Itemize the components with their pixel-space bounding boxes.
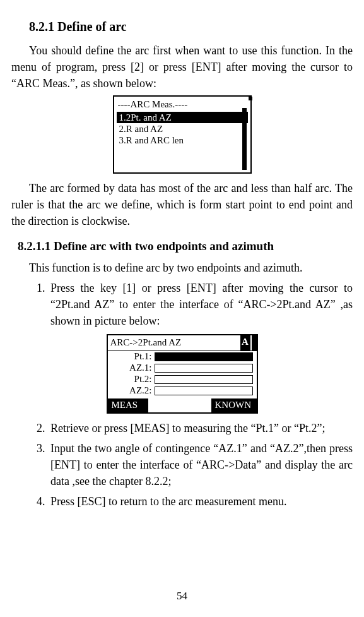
menu-item-r-and-az[interactable]: 2.R and AZ — [117, 123, 248, 135]
form-row-az2: AZ.2: — [108, 385, 257, 397]
paragraph-arc-rule: The arc formed by data has most of the a… — [11, 180, 353, 229]
screen2-battery-icon — [252, 335, 257, 350]
step-2: Retrieve or press [MEAS] to measuring th… — [48, 420, 353, 436]
page-number: 54 — [0, 589, 364, 604]
screen2-mode-badge: A — [240, 335, 250, 350]
steps-list-continued: Retrieve or press [MEAS] to measuring th… — [29, 420, 353, 510]
input-pt2[interactable] — [155, 375, 253, 384]
menu-item-2pt-and-az[interactable]: 1.2Pt. and AZ — [117, 112, 248, 123]
screen1-menu-list: 1.2Pt. and AZ 2.R and AZ 3.R and ARC len — [117, 112, 248, 146]
heading-define-of-arc: 8.2.1 Define of arc — [29, 18, 353, 36]
input-az1[interactable] — [155, 364, 253, 373]
document-page: 8.2.1 Define of arc You should define th… — [0, 0, 364, 617]
screen-corner-mark — [249, 97, 252, 100]
step-1: Press the key [1] or press [ENT] after m… — [48, 280, 353, 329]
softkey-known[interactable]: KNOWN — [211, 398, 257, 412]
screen2-topbar: ARC->2Pt.and AZ A — [108, 335, 257, 351]
screen1-scrollbar[interactable] — [242, 108, 247, 170]
steps-list: Press the key [1] or press [ENT] after m… — [29, 280, 353, 329]
screen-arc-meas-menu: ----ARC Meas.---- 1.2Pt. and AZ 2.R and … — [113, 95, 252, 174]
screen1-title: ----ARC Meas.---- — [114, 97, 250, 112]
paragraph-intro: You should define the arc first when wan… — [11, 42, 353, 92]
input-az2[interactable] — [155, 386, 253, 395]
input-pt1[interactable] — [155, 352, 253, 361]
menu-item-r-and-arc-len[interactable]: 3.R and ARC len — [117, 135, 248, 146]
screen2-softkeys: MEAS KNOWN — [108, 398, 257, 412]
label-az2: AZ.2: — [108, 384, 155, 398]
screen2-title: ARC->2Pt.and AZ — [108, 335, 240, 350]
step-4: Press [ESC] to return to the arc measure… — [48, 493, 353, 510]
heading-define-arc-endpoints-azimuth: 8.2.1.1 Define arc with two endpoints an… — [18, 237, 353, 255]
paragraph-subintro: This function is to define arc by two en… — [29, 260, 353, 276]
step-3: Input the two angle of contingence “AZ.1… — [48, 440, 353, 489]
screen-arc-2pt-az-form: ARC->2Pt.and AZ A Pt.1: AZ.1: Pt.2: AZ.2… — [107, 334, 258, 414]
softkey-meas[interactable]: MEAS — [108, 398, 148, 412]
